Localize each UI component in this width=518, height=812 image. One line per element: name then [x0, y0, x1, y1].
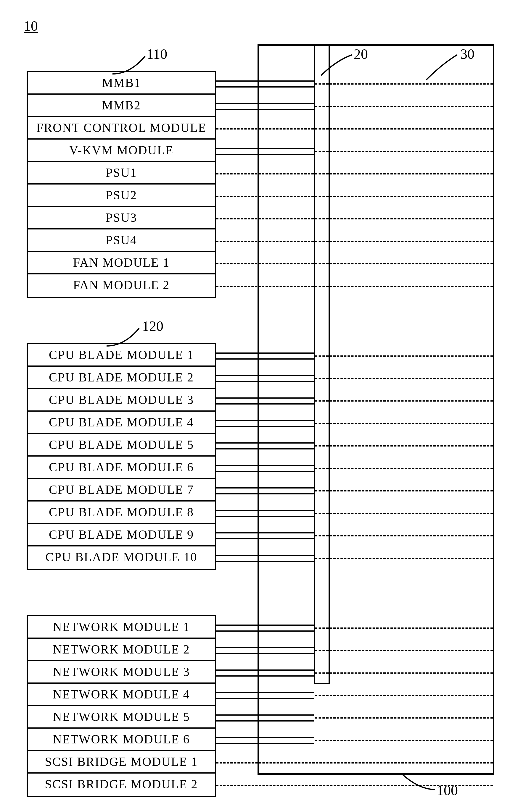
connection-line — [330, 355, 493, 357]
connection-line — [315, 400, 329, 402]
connection-solid-pair — [216, 487, 314, 494]
connection-line — [315, 355, 329, 357]
module-row: NETWORK MODULE 5 — [28, 706, 215, 729]
connection-line — [315, 468, 329, 469]
connection-solid-pair — [216, 148, 314, 155]
connection-line — [330, 717, 493, 719]
connection-solid-pair — [216, 737, 314, 744]
module-row: CPU BLADE MODULE 5 — [28, 434, 215, 457]
connection-line — [330, 263, 493, 264]
connection-solid-pair — [216, 715, 314, 722]
module-row: FAN MODULE 2 — [28, 274, 215, 297]
connection-line — [315, 106, 329, 107]
connection-line — [315, 263, 329, 264]
connection-line — [330, 535, 493, 536]
connection-line — [315, 173, 329, 174]
figure-number-label: 10 — [24, 18, 38, 34]
connection-line — [315, 628, 329, 629]
connection-line — [330, 423, 493, 424]
connection-line — [315, 286, 329, 287]
connection-line — [314, 683, 330, 684]
leader-100 — [401, 769, 442, 792]
connection-line — [216, 173, 314, 174]
connection-line — [330, 672, 493, 674]
module-row: PSU2 — [28, 184, 215, 207]
connection-line — [315, 445, 329, 446]
module-row: CPU BLADE MODULE 3 — [28, 389, 215, 412]
module-row: PSU1 — [28, 162, 215, 184]
connection-line — [330, 241, 493, 242]
module-row: V-KVM MODULE — [28, 140, 215, 162]
connection-line — [216, 196, 314, 197]
connection-line — [315, 513, 329, 514]
connection-line — [315, 650, 329, 651]
connection-line — [216, 286, 314, 287]
leader-30 — [426, 52, 468, 76]
leader-110 — [112, 53, 154, 77]
module-row: CPU BLADE MODULE 2 — [28, 367, 215, 389]
connection-line — [216, 785, 493, 786]
module-row: CPU BLADE MODULE 8 — [28, 501, 215, 524]
connection-line — [330, 445, 493, 446]
group-3: NETWORK MODULE 1NETWORK MODULE 2NETWORK … — [27, 615, 216, 797]
connection-solid-pair — [216, 555, 314, 562]
connection-line — [315, 740, 329, 741]
connection-line — [315, 717, 329, 719]
bus-right-line — [329, 45, 330, 683]
connection-solid-pair — [216, 510, 314, 517]
connection-solid-pair — [216, 669, 314, 676]
module-row: CPU BLADE MODULE 7 — [28, 479, 215, 501]
module-row: NETWORK MODULE 2 — [28, 639, 215, 661]
leader-20 — [321, 52, 362, 76]
group-2: CPU BLADE MODULE 1CPU BLADE MODULE 2CPU … — [27, 343, 216, 570]
group-1: MMB1MMB2FRONT CONTROL MODULEV-KVM MODULE… — [27, 71, 216, 298]
connection-line — [315, 196, 329, 197]
connection-line — [315, 423, 329, 424]
connection-line — [330, 151, 493, 152]
connection-line — [216, 128, 314, 129]
connection-solid-pair — [216, 465, 314, 472]
connection-solid-pair — [216, 81, 314, 88]
connection-line — [330, 558, 493, 559]
module-row: CPU BLADE MODULE 9 — [28, 524, 215, 547]
connection-line — [216, 241, 314, 242]
module-row: CPU BLADE MODULE 4 — [28, 412, 215, 434]
connection-line — [330, 378, 493, 379]
connection-solid-pair — [216, 532, 314, 539]
module-row: SCSI BRIDGE MODULE 1 — [28, 751, 215, 774]
connection-line — [330, 196, 493, 197]
connection-line — [330, 490, 493, 491]
module-row: FAN MODULE 1 — [28, 252, 215, 274]
module-row: MMB2 — [28, 95, 215, 117]
connection-line — [330, 628, 493, 629]
connection-line — [330, 695, 493, 696]
module-row: SCSI BRIDGE MODULE 2 — [28, 774, 215, 796]
module-row: NETWORK MODULE 4 — [28, 684, 215, 706]
connection-line — [330, 83, 493, 85]
connection-solid-pair — [216, 625, 314, 632]
connection-line — [315, 151, 329, 152]
connection-solid-pair — [216, 375, 314, 382]
module-row: PSU3 — [28, 207, 215, 229]
module-row: NETWORK MODULE 3 — [28, 661, 215, 684]
bus-left-line — [314, 45, 315, 683]
connection-solid-pair — [216, 442, 314, 450]
connection-line — [330, 128, 493, 129]
connection-line — [216, 263, 314, 264]
module-row: NETWORK MODULE 1 — [28, 616, 215, 639]
connection-line — [315, 83, 329, 85]
connection-solid-pair — [216, 398, 314, 405]
connection-line — [330, 468, 493, 469]
connection-line — [330, 218, 493, 220]
connection-line — [315, 378, 329, 379]
leader-120 — [107, 325, 148, 349]
connection-line — [330, 286, 493, 287]
connection-line — [216, 762, 493, 763]
connection-line — [216, 218, 314, 220]
connection-line — [315, 558, 329, 559]
connection-solid-pair — [216, 103, 314, 110]
connection-line — [330, 740, 493, 741]
connection-solid-pair — [216, 420, 314, 427]
module-row: PSU4 — [28, 229, 215, 252]
connection-line — [315, 672, 329, 674]
